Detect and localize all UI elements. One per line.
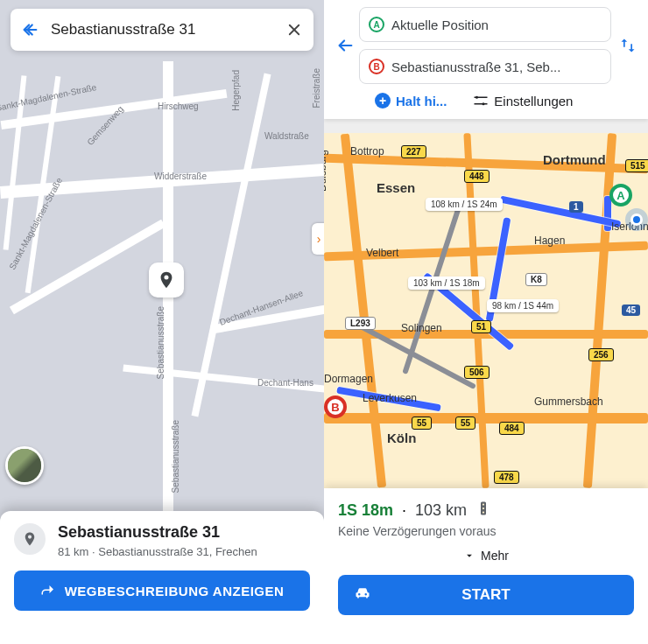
current-location-dot (630, 214, 643, 226)
arrow-left-icon (335, 36, 355, 55)
clear-search-button[interactable] (284, 19, 305, 40)
street-label: Freistraße (312, 68, 321, 108)
road-shield: 515 (625, 159, 648, 172)
road-shield: L293 (345, 317, 376, 330)
place-card: Sebastianusstraße 31 81 km · Sebastianus… (0, 511, 324, 644)
marker-a-icon: A (369, 17, 384, 32)
marker-b-icon: B (369, 59, 384, 74)
streetview-thumbnail[interactable] (5, 446, 44, 485)
more-button[interactable]: Mehr (338, 549, 634, 563)
place-subtitle: 81 km · Sebastianusstraße 31, Frechen (58, 545, 257, 558)
separator-dot: · (402, 501, 406, 520)
route-settings-button[interactable]: Einstellungen (473, 93, 573, 108)
sliders-icon (473, 93, 489, 108)
city-label: Velbert (366, 247, 398, 259)
place-title: Sebastianusstraße 31 (58, 523, 257, 542)
road-shield: K8 (525, 273, 547, 286)
city-label: Köln (387, 430, 416, 445)
traffic-light-icon (475, 500, 491, 521)
directions-button[interactable]: WEGBESCHREIBUNG ANZEIGEN (14, 570, 310, 611)
road-shield: 51 (471, 320, 491, 333)
panel-expand-handle[interactable]: › (312, 223, 324, 255)
street-label: Widderstraße (154, 172, 207, 181)
road-shield: 448 (464, 170, 490, 183)
road-shield: 484 (499, 422, 525, 435)
city-label: Iserlohn (611, 220, 648, 233)
street-label: Sebastianusstraße (171, 420, 180, 493)
turn-right-icon (40, 583, 56, 598)
plus-circle-icon: + (375, 93, 391, 108)
start-navigation-button[interactable]: START (338, 575, 634, 615)
city-label: Leverkusen (363, 392, 417, 404)
origin-text: Aktuelle Position (391, 18, 602, 32)
road-shield: 1 (569, 201, 583, 213)
svg-point-10 (482, 503, 484, 505)
route-header: A Aktuelle Position B Sebastianusstraße … (324, 0, 648, 119)
place-pin-dot (14, 523, 46, 555)
start-button-label: START (461, 586, 510, 604)
swap-vertical-icon (619, 37, 637, 54)
search-bar: Sebastianusstraße 31 (11, 9, 313, 51)
city-label: Gummersbach (534, 396, 603, 408)
city-label: Duisburg (324, 150, 328, 192)
street-label: Sebastianusstraße (156, 306, 166, 379)
left-pane: Hirschweg Hegerpfad Freistraße Waldstraß… (0, 0, 324, 644)
svg-rect-6 (475, 97, 488, 99)
map-right[interactable]: Bottrop Essen Dortmund Duisburg Iserlohn… (324, 133, 648, 488)
city-label: Essen (377, 180, 415, 195)
city-label: Hagen (534, 234, 565, 247)
city-label: Dortmund (543, 152, 606, 167)
origin-field[interactable]: A Aktuelle Position (359, 7, 611, 42)
route-settings-label: Einstellungen (494, 94, 573, 108)
pin-icon (22, 531, 38, 547)
swap-stops-button[interactable] (615, 37, 641, 54)
route-marker-b: B (324, 396, 347, 418)
street-label: Waldstraße (264, 131, 309, 141)
place-pin-marker[interactable] (149, 262, 184, 298)
pin-icon (157, 270, 176, 290)
directions-button-label: WEGBESCHREIBUNG ANZEIGEN (65, 584, 285, 598)
street-label: Hegerpfad (231, 70, 241, 111)
car-icon (354, 584, 371, 606)
road-shield: 506 (464, 366, 490, 379)
svg-point-11 (482, 508, 484, 509)
road-shield: 256 (588, 348, 614, 361)
right-pane: A Aktuelle Position B Sebastianusstraße … (324, 0, 648, 644)
destination-field[interactable]: B Sebastianusstraße 31, Seb... (359, 49, 611, 84)
svg-rect-8 (475, 103, 488, 105)
road-shield: 55 (412, 416, 432, 430)
route-delay-text: Keine Verzögerungen voraus (338, 524, 634, 538)
route-badge[interactable]: 98 km / 1S 44m (487, 299, 559, 312)
road-shield: 478 (494, 471, 519, 484)
route-summary-card: 1S 18m · 103 km Keine Verzögerungen vora… (324, 488, 648, 644)
back-button[interactable] (331, 36, 359, 55)
road-shield: 45 (622, 304, 640, 316)
route-time: 1S 18m (338, 501, 393, 520)
city-label: Dormagen (324, 373, 373, 385)
route-badge[interactable]: 103 km / 1S 18m (408, 276, 485, 290)
chevron-down-icon (463, 550, 475, 562)
route-badge[interactable]: 108 km / 1S 24m (426, 198, 503, 211)
destination-text: Sebastianusstraße 31, Seb... (391, 60, 602, 74)
city-label: Solingen (401, 322, 442, 334)
more-label: Mehr (481, 549, 509, 563)
road-shield: 227 (401, 145, 426, 158)
search-query-text[interactable]: Sebastianusstraße 31 (51, 21, 284, 38)
street-label: Sankt-Magdalenen-Straße (0, 82, 97, 113)
road-shield: 55 (455, 416, 475, 430)
arrow-left-icon (20, 20, 39, 39)
street-label: Hirschweg (158, 102, 199, 111)
street-label: Dechant-Hans (257, 378, 313, 388)
add-stop-button[interactable]: + Halt hi... (375, 93, 447, 108)
svg-point-12 (482, 511, 484, 513)
add-stop-label: Halt hi... (396, 94, 447, 108)
route-marker-a: A (609, 184, 632, 206)
route-distance: 103 km (415, 501, 467, 520)
city-label: Bottrop (350, 145, 384, 158)
back-button[interactable] (19, 19, 40, 40)
close-icon (286, 22, 302, 38)
